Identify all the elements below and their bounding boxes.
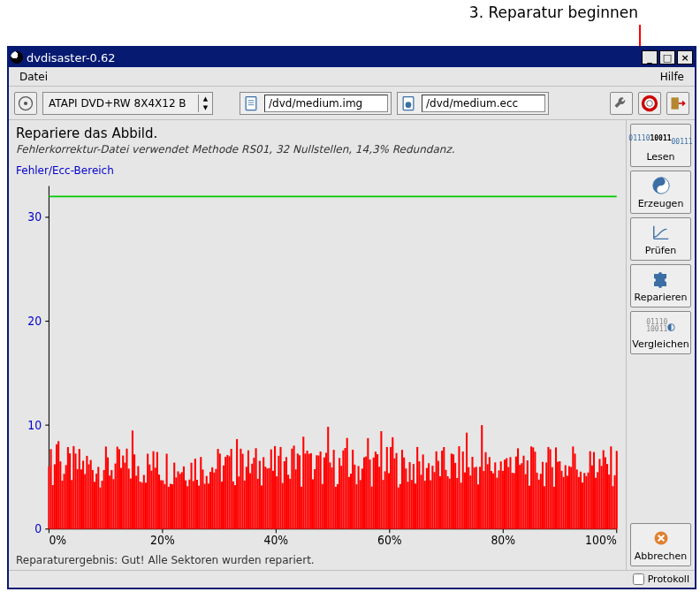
minimize-button[interactable]: _	[642, 50, 658, 65]
drive-select-value: ATAPI DVD+RW 8X4X12 B	[43, 97, 198, 110]
protokoll-checkbox[interactable]	[633, 573, 644, 585]
ecc-file-group	[397, 92, 549, 115]
create-label: Erzeugen	[638, 198, 684, 209]
svg-text:20%: 20%	[150, 534, 175, 547]
disc-icon	[17, 95, 34, 112]
read-icon: 011101001100111	[649, 128, 673, 149]
compare-button[interactable]: 0111010011◐ Vergleichen	[630, 311, 691, 354]
sidebar: 011101001100111 Lesen Erzeugen Prüfen R	[626, 120, 695, 570]
svg-text:0: 0	[34, 522, 42, 535]
disc-icon-button[interactable]	[14, 92, 37, 115]
wrench-icon	[612, 95, 630, 112]
yinyang-icon	[649, 175, 673, 196]
svg-text:0%: 0%	[49, 534, 66, 547]
read-label: Lesen	[646, 151, 674, 163]
quit-button[interactable]	[666, 92, 689, 115]
puzzle-icon	[649, 269, 673, 290]
svg-rect-10	[672, 97, 679, 109]
svg-text:80%: 80%	[491, 534, 515, 547]
verify-button[interactable]: Prüfen	[630, 217, 691, 261]
repair-result: Reparaturergebnis: Gut! Alle Sektoren wu…	[16, 550, 622, 568]
chart: 01020300%20%40%60%80%100%	[16, 180, 622, 550]
svg-text:60%: 60%	[377, 534, 402, 547]
cancel-label: Abbrechen	[635, 550, 687, 562]
app-icon	[11, 51, 23, 64]
close-button[interactable]: ×	[677, 50, 693, 65]
protokoll-label: Protokoll	[648, 573, 689, 585]
repair-label: Reparieren	[634, 292, 687, 303]
content-area: Repariere das Abbild. Fehlerkorrektur-Da…	[9, 120, 695, 570]
menu-file[interactable]: Datei	[14, 69, 53, 85]
img-file-icon[interactable]	[240, 93, 262, 114]
svg-text:30: 30	[27, 210, 42, 224]
titlebar: dvdisaster-0.62 _ □ ×	[9, 48, 695, 67]
status-subtitle: Fehlerkorrektur-Datei verwendet Methode …	[16, 143, 622, 156]
maximize-button[interactable]: □	[659, 50, 675, 65]
window-title: dvdisaster-0.62	[27, 51, 640, 65]
compare-icon: 0111010011◐	[649, 315, 673, 337]
chart-title: Fehler/Ecc-Bereich	[16, 164, 622, 177]
cancel-icon	[649, 527, 673, 549]
exit-icon	[669, 95, 687, 112]
img-file-group	[240, 92, 392, 115]
cancel-button[interactable]: Abbrechen	[630, 523, 691, 566]
repair-button[interactable]: Reparieren	[630, 264, 691, 307]
svg-point-9	[647, 100, 653, 106]
ecc-path-input[interactable]	[422, 95, 545, 112]
annotation-text: 3. Reparatur beginnen	[469, 4, 638, 21]
svg-point-7	[406, 102, 412, 108]
compare-label: Vergleichen	[632, 338, 689, 350]
help-button[interactable]	[638, 92, 661, 115]
stepper-icon: ▲▼	[198, 95, 212, 112]
lifebuoy-icon	[641, 95, 658, 112]
menu-help[interactable]: Hilfe	[655, 69, 689, 85]
read-button[interactable]: 011101001100111 Lesen	[630, 124, 691, 167]
settings-button[interactable]	[610, 92, 633, 115]
svg-text:20: 20	[27, 315, 42, 328]
ecc-file-icon[interactable]	[398, 93, 419, 114]
img-path-input[interactable]	[264, 95, 388, 112]
drive-select[interactable]: ATAPI DVD+RW 8X4X12 B ▲▼	[42, 92, 213, 115]
create-button[interactable]: Erzeugen	[630, 171, 691, 214]
svg-text:100%: 100%	[585, 534, 617, 547]
app-window: dvdisaster-0.62 _ □ × Datei Hilfe ATAPI …	[7, 46, 696, 589]
svg-point-1	[24, 101, 27, 104]
toolbar: ATAPI DVD+RW 8X4X12 B ▲▼	[9, 87, 695, 120]
main-panel: Repariere das Abbild. Fehlerkorrektur-Da…	[9, 120, 626, 570]
svg-rect-2	[246, 96, 256, 110]
svg-text:10: 10	[27, 418, 42, 431]
verify-label: Prüfen	[645, 245, 677, 256]
svg-text:40%: 40%	[264, 534, 289, 547]
statusbar: Protokoll	[9, 570, 695, 588]
status-title: Repariere das Abbild.	[16, 125, 622, 141]
curve-icon	[649, 222, 673, 243]
menubar: Datei Hilfe	[9, 67, 695, 87]
